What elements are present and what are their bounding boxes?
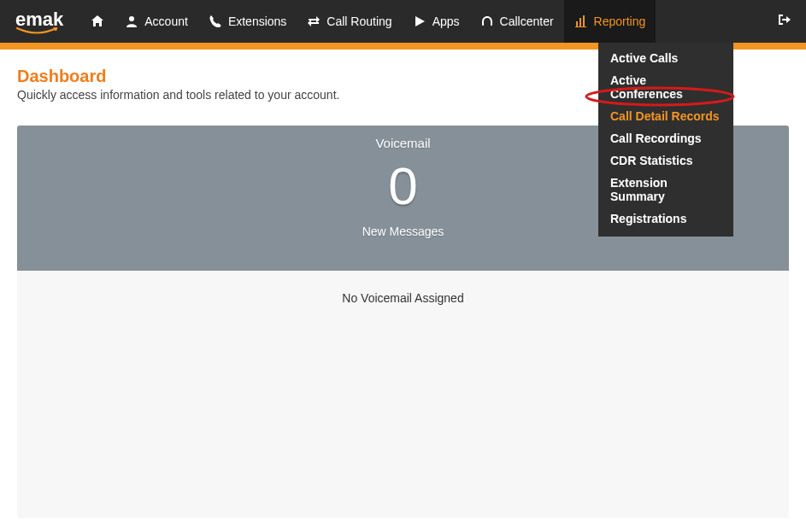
nav-callcenter[interactable]: Callcenter xyxy=(470,0,564,43)
dropdown-extension-summary[interactable]: Extension Summary xyxy=(598,172,733,208)
nav-account-label: Account xyxy=(144,15,188,28)
nav-home[interactable] xyxy=(80,0,115,43)
play-icon xyxy=(413,15,427,28)
nav-callrouting-label: Call Routing xyxy=(327,15,391,28)
svg-rect-3 xyxy=(583,15,585,26)
dropdown-active-calls[interactable]: Active Calls xyxy=(598,43,733,69)
voicemail-label: New Messages xyxy=(362,225,444,238)
phone-icon xyxy=(209,15,222,28)
svg-rect-2 xyxy=(579,18,581,26)
chart-icon xyxy=(574,15,588,28)
nav-callrouting[interactable]: Call Routing xyxy=(297,0,402,43)
logo[interactable]: emak xyxy=(15,9,63,34)
nav-extensions-label: Extensions xyxy=(228,15,286,28)
navbar: emak Account Extensions Call Routing xyxy=(0,0,806,43)
reporting-dropdown: Active Calls Active Conferences Call Det… xyxy=(598,43,733,237)
headset-icon xyxy=(480,15,494,28)
nav-extensions[interactable]: Extensions xyxy=(198,0,297,43)
svg-rect-4 xyxy=(575,26,586,27)
dropdown-cdr-statistics[interactable]: CDR Statistics xyxy=(598,149,733,172)
voicemail-title: Voicemail xyxy=(375,136,430,150)
dropdown-registrations[interactable]: Registrations xyxy=(598,208,733,230)
nav-reporting[interactable]: Reporting xyxy=(564,0,656,43)
nav-logout[interactable] xyxy=(763,0,806,43)
nav-callcenter-label: Callcenter xyxy=(500,15,554,28)
nav-apps[interactable]: Apps xyxy=(403,0,470,43)
logout-icon xyxy=(778,13,791,30)
voicemail-count: 0 xyxy=(388,155,417,216)
user-icon xyxy=(125,15,138,28)
nav-apps-label: Apps xyxy=(432,15,460,28)
logo-text: emak xyxy=(15,9,63,30)
nav-reporting-label: Reporting xyxy=(594,15,646,28)
dropdown-call-detail-records[interactable]: Call Detail Records xyxy=(598,105,733,127)
transfer-icon xyxy=(307,15,321,28)
voicemail-body: No Voicemail Assigned xyxy=(17,271,789,325)
dropdown-active-conferences[interactable]: Active Conferences xyxy=(598,69,733,105)
dropdown-call-recordings[interactable]: Call Recordings xyxy=(598,127,733,149)
svg-point-0 xyxy=(129,16,134,21)
home-icon xyxy=(91,15,104,28)
nav-account[interactable]: Account xyxy=(115,0,198,43)
svg-rect-1 xyxy=(576,21,578,26)
voicemail-empty-text: No Voicemail Assigned xyxy=(342,291,463,305)
